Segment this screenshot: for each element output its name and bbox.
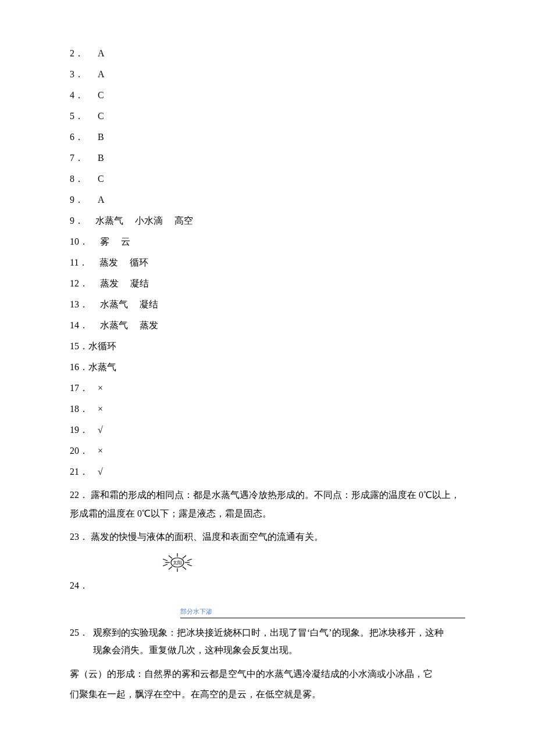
fog-line1: 雾（云）的形成：自然界的雾和云都是空气中的水蒸气遇冷凝结成的小水滴或小冰晶，它 bbox=[70, 669, 433, 679]
answer-line: 6．B bbox=[70, 130, 465, 144]
answer-number: 4． bbox=[70, 88, 98, 102]
svg-line-8 bbox=[183, 567, 186, 569]
underline bbox=[180, 618, 465, 618]
tf-line: 20．× bbox=[70, 444, 465, 458]
svg-line-5 bbox=[169, 556, 172, 558]
svg-line-9 bbox=[163, 559, 167, 561]
answer-value: C bbox=[98, 111, 104, 121]
fill-blank: 小水滴 bbox=[135, 216, 163, 225]
svg-line-11 bbox=[163, 564, 167, 566]
fill-line: 9． 水蒸气 小水滴 高空 bbox=[70, 214, 465, 228]
fill-blank: 雾 bbox=[100, 237, 109, 246]
answer-23-text: 蒸发的快慢与液体的面积、温度和表面空气的流通有关。 bbox=[91, 532, 323, 542]
answer-line: 16．水蒸气 bbox=[70, 360, 465, 374]
document-page: 2．A 3．A 4．C 5．C 6．B 7．B 8．C 9．A 9． 水蒸气 小… bbox=[0, 0, 535, 728]
answer-line: 15．水循环 bbox=[70, 339, 465, 353]
fill-blank: 水蒸气 bbox=[95, 216, 123, 225]
answer-value: C bbox=[98, 90, 104, 100]
answer-25-line1: 观察到的实验现象：把冰块接近烧杯口时，出现了冒‘白气’的现象。把冰块移开，这种 bbox=[93, 628, 444, 637]
fill-blank: 蒸发 bbox=[100, 278, 119, 288]
answer-23: 23． 蒸发的快慢与液体的面积、温度和表面空气的流通有关。 bbox=[70, 528, 465, 546]
fill-blank: 水蒸气 bbox=[100, 320, 128, 330]
tf-line: 18．× bbox=[70, 402, 465, 416]
answer-number: 18． bbox=[70, 402, 98, 416]
tf-value: × bbox=[98, 446, 103, 456]
sun-label: 太阳 bbox=[173, 560, 182, 565]
fill-blank: 高空 bbox=[174, 216, 193, 225]
answer-25: 25． 观察到的实验现象：把冰块接近烧杯口时，出现了冒‘白气’的现象。把冰块移开… bbox=[70, 624, 465, 660]
svg-line-7 bbox=[169, 567, 172, 569]
tf-value: √ bbox=[98, 425, 103, 435]
fill-line: 13． 水蒸气 凝结 bbox=[70, 298, 465, 311]
svg-line-12 bbox=[187, 564, 192, 566]
answer-number: 20． bbox=[70, 444, 98, 458]
tf-value: √ bbox=[98, 467, 103, 476]
answer-number: 5． bbox=[70, 109, 98, 123]
answer-value: B bbox=[98, 132, 104, 142]
answer-line: 8．C bbox=[70, 172, 465, 186]
sun-icon: 太阳 bbox=[157, 551, 465, 574]
answer-value: 水蒸气 bbox=[88, 362, 116, 372]
answer-line: 2．A bbox=[70, 46, 465, 60]
answer-line: 3．A bbox=[70, 67, 465, 81]
svg-line-6 bbox=[183, 556, 186, 558]
fill-blank: 凝结 bbox=[130, 278, 149, 288]
answer-22-text: 露和霜的形成的相同点：都是水蒸气遇冷放热形成的。不同点：形成露的温度在 0℃以上… bbox=[70, 490, 460, 518]
answer-number: 9． bbox=[70, 193, 98, 207]
tf-value: × bbox=[98, 404, 103, 414]
fog-paragraph: 雾（云）的形成：自然界的雾和云都是空气中的水蒸气遇冷凝结成的小水滴或小冰晶，它 … bbox=[70, 664, 465, 704]
answer-value: A bbox=[98, 69, 105, 79]
answer-number: 7． bbox=[70, 151, 98, 165]
answer-value: C bbox=[98, 174, 104, 184]
fill-blank: 凝结 bbox=[140, 299, 158, 309]
fill-blank: 云 bbox=[121, 237, 130, 246]
fill-line: 12． 蒸发 凝结 bbox=[70, 277, 465, 291]
answer-line: 7．B bbox=[70, 151, 465, 165]
fill-line: 14． 水蒸气 蒸发 bbox=[70, 318, 465, 332]
answer-number: 3． bbox=[70, 67, 98, 81]
answer-line: 4．C bbox=[70, 88, 465, 102]
tf-line: 19．√ bbox=[70, 423, 465, 437]
diagram-caption-row: 部分水下渗 bbox=[70, 607, 465, 618]
fill-blank: 循环 bbox=[130, 257, 148, 267]
tf-line: 21．√ bbox=[70, 465, 465, 479]
fill-blank: 水蒸气 bbox=[100, 299, 128, 309]
answer-value: A bbox=[98, 48, 105, 58]
fill-blank: 蒸发 bbox=[99, 257, 118, 267]
fill-line: 11． 蒸发 循环 bbox=[70, 256, 465, 270]
answer-value: A bbox=[98, 195, 105, 205]
answer-25-line2: 现象会消失。重复做几次，这种现象会反复出现。 bbox=[93, 645, 298, 655]
diagram-caption: 部分水下渗 bbox=[180, 607, 465, 618]
svg-line-10 bbox=[187, 559, 192, 561]
answer-value: B bbox=[98, 153, 104, 163]
answer-line: 5．C bbox=[70, 109, 465, 123]
tf-line: 17．× bbox=[70, 381, 465, 395]
answer-number: 2． bbox=[70, 46, 98, 60]
answer-24: 24． bbox=[70, 579, 465, 593]
fog-line2: 们聚集在一起，飘浮在空中。在高空的是云，在低空就是雾。 bbox=[70, 689, 321, 699]
answer-line: 9．A bbox=[70, 193, 465, 207]
answer-number: 17． bbox=[70, 381, 98, 395]
fill-line: 10． 雾 云 bbox=[70, 235, 465, 249]
tf-value: × bbox=[98, 383, 103, 393]
answer-number: 21． bbox=[70, 465, 98, 479]
fill-blank: 蒸发 bbox=[140, 320, 158, 330]
answer-number: 8． bbox=[70, 172, 98, 186]
answer-value: 水循环 bbox=[88, 341, 116, 351]
answer-number: 19． bbox=[70, 423, 98, 437]
answer-22: 22． 露和霜的形成的相同点：都是水蒸气遇冷放热形成的。不同点：形成露的温度在 … bbox=[70, 486, 465, 523]
answer-number: 6． bbox=[70, 130, 98, 144]
